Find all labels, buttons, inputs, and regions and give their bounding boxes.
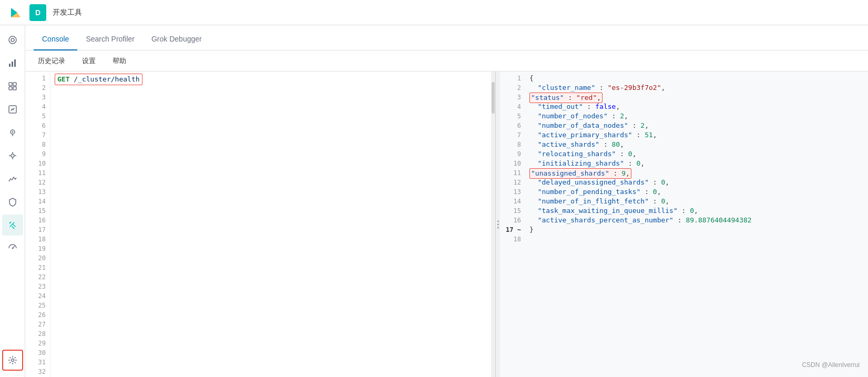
- sidebar-item-security[interactable]: [2, 191, 23, 212]
- editor-line-21: [55, 263, 487, 272]
- line-num-27: 27: [25, 320, 50, 329]
- url-text: /_cluster/health: [74, 75, 139, 83]
- editor-line-31: [55, 358, 487, 367]
- out-line-num-7: 7: [500, 130, 525, 140]
- sidebar-item-monitoring[interactable]: [2, 238, 23, 259]
- editor-line-26: [55, 310, 487, 320]
- output-line-numbers: 1 2 3 4 5 6 7 8 9 10 11 12 13 14 15 16 1: [500, 72, 525, 377]
- line-num-17: 17: [25, 225, 50, 235]
- toolbar: 历史记录 设置 帮助: [25, 50, 868, 72]
- line-num-16: 16: [25, 216, 50, 225]
- user-avatar[interactable]: D: [29, 4, 46, 21]
- svg-point-0: [9, 36, 16, 44]
- editor-code[interactable]: GET /_cluster/health: [50, 72, 491, 377]
- splitter-handle: [497, 220, 499, 228]
- sidebar-item-management[interactable]: [2, 350, 23, 371]
- line-num-8: 8: [25, 140, 50, 149]
- output-panel: 1 2 3 4 5 6 7 8 9 10 11 12 13 14 15 16 1: [500, 72, 868, 377]
- editor-line-5: [55, 111, 487, 121]
- get-keyword: GET: [57, 75, 69, 83]
- sidebar-item-dashboard[interactable]: [2, 76, 23, 97]
- editor-line-28: [55, 329, 487, 339]
- settings-button[interactable]: 设置: [78, 54, 100, 68]
- output-code: { "cluster_name" : "es-29b3f7o2", "statu…: [525, 72, 868, 377]
- editor-line-7: [55, 130, 487, 140]
- svg-rect-8: [13, 87, 16, 90]
- line-num-20: 20: [25, 253, 50, 263]
- top-bar: D 开发工具: [0, 0, 868, 25]
- editor-scrollbar-thumb: [492, 82, 495, 114]
- editor-line-27: [55, 320, 487, 329]
- out-line-14: "number_of_in_flight_fetch" : 0,: [529, 197, 864, 206]
- sidebar-item-ml[interactable]: [2, 145, 23, 166]
- out-line-9: "relocating_shards" : 0,: [529, 149, 864, 159]
- line-num-32: 32: [25, 367, 50, 376]
- line-num-15: 15: [25, 206, 50, 216]
- editor-line-6: [55, 121, 487, 130]
- out-line-num-18: 18: [500, 235, 525, 244]
- editor-line-numbers: 1 2 3 4 5 6 7 8 9 10 11 12 13 14 15 16 1: [25, 72, 50, 377]
- editor-panel[interactable]: 1 2 3 4 5 6 7 8 9 10 11 12 13 14 15 16 1: [25, 72, 496, 377]
- sidebar: [0, 25, 25, 377]
- out-line-8: "active_shards" : 80,: [529, 140, 864, 149]
- out-line-num-4: 4: [500, 102, 525, 111]
- line-num-4: 4: [25, 102, 50, 111]
- svg-rect-2: [9, 64, 11, 67]
- content-area: Console Search Profiler Grok Debugger 历史…: [25, 25, 868, 377]
- out-line-1: {: [529, 74, 864, 83]
- line-num-9: 9: [25, 149, 50, 159]
- editor-line-8: [55, 140, 487, 149]
- editor-line-10: [55, 159, 487, 168]
- svg-rect-3: [12, 62, 13, 67]
- out-line-num-10: 10: [500, 159, 525, 168]
- sidebar-item-discover[interactable]: [2, 29, 23, 50]
- line-num-11: 11: [25, 168, 50, 178]
- editor-area: 1 2 3 4 5 6 7 8 9 10 11 12 13 14 15 16 1: [25, 72, 868, 377]
- watermark: CSDN @AllenIverrui: [802, 361, 860, 369]
- out-line-num-12: 12: [500, 178, 525, 187]
- editor-line-23: [55, 282, 487, 291]
- out-line-num-14: 14: [500, 197, 525, 206]
- splitter-dot-2: [497, 223, 499, 225]
- editor-line-9: [55, 149, 487, 159]
- out-line-num-13: 13: [500, 187, 525, 197]
- splitter-dot-1: [497, 220, 499, 222]
- line-num-5: 5: [25, 111, 50, 121]
- line-num-24: 24: [25, 291, 50, 301]
- out-line-2: "cluster_name" : "es-29b3f7o2",: [529, 83, 864, 93]
- out-line-num-3: 3: [500, 93, 525, 102]
- editor-line-19: [55, 244, 487, 253]
- line-num-26: 26: [25, 310, 50, 320]
- sidebar-item-canvas[interactable]: [2, 99, 23, 120]
- out-line-num-2: 2: [500, 83, 525, 93]
- panel-splitter[interactable]: [496, 72, 500, 377]
- main-layout: Console Search Profiler Grok Debugger 历史…: [0, 25, 868, 377]
- line-num-7: 7: [25, 130, 50, 140]
- line-num-31: 31: [25, 358, 50, 367]
- tab-grok-debugger[interactable]: Grok Debugger: [143, 28, 210, 50]
- out-line-num-15: 15: [500, 206, 525, 216]
- line-num-13: 13: [25, 187, 50, 197]
- line-num-23: 23: [25, 282, 50, 291]
- editor-line-16: [55, 216, 487, 225]
- sidebar-item-devtools[interactable]: [2, 215, 23, 236]
- sidebar-item-observability[interactable]: [2, 168, 23, 189]
- out-line-num-16: 16: [500, 216, 525, 225]
- line-num-21: 21: [25, 263, 50, 272]
- svg-point-12: [11, 154, 14, 157]
- editor-line-18: [55, 235, 487, 244]
- out-line-16: "active_shards_percent_as_number" : 89.8…: [529, 216, 864, 225]
- line-num-30: 30: [25, 348, 50, 358]
- sidebar-item-visualize[interactable]: [2, 53, 23, 74]
- history-button[interactable]: 历史记录: [34, 54, 69, 68]
- tab-search-profiler[interactable]: Search Profiler: [77, 28, 143, 50]
- editor-line-12: [55, 178, 487, 187]
- sidebar-item-maps[interactable]: [2, 122, 23, 143]
- editor-line-1: GET /_cluster/health: [55, 74, 487, 83]
- line-num-2: 2: [25, 83, 50, 93]
- help-button[interactable]: 帮助: [108, 54, 130, 68]
- out-line-num-6: 6: [500, 121, 525, 130]
- svg-point-14: [11, 359, 14, 362]
- tab-console[interactable]: Console: [34, 28, 77, 50]
- editor-scrollbar[interactable]: [491, 72, 495, 377]
